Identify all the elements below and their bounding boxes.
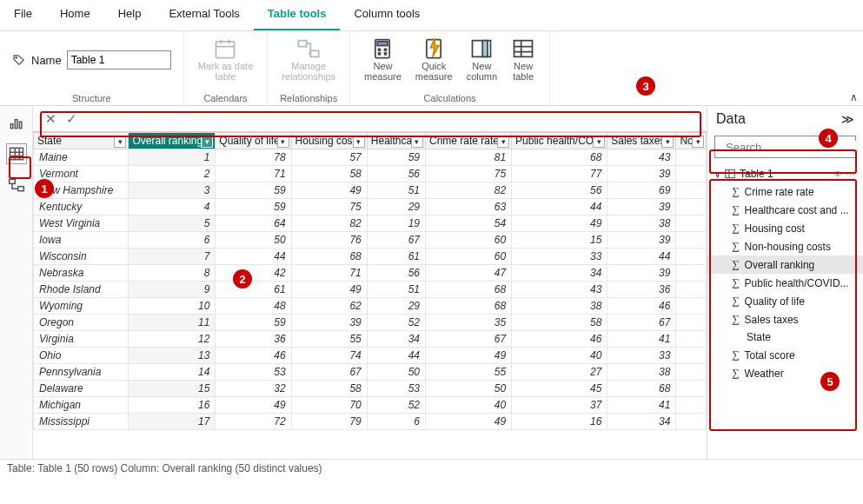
filter-dropdown-icon[interactable]: ▾	[201, 136, 213, 148]
table-row[interactable]: Oregon11593952355867	[34, 315, 707, 331]
filter-dropdown-icon[interactable]: ▾	[277, 136, 289, 148]
visibility-icon[interactable]: 👁	[833, 169, 842, 179]
sigma-icon: ∑	[732, 258, 740, 271]
svg-rect-18	[9, 179, 15, 183]
column-header[interactable]: State▾	[34, 133, 129, 149]
table-row[interactable]: Mississippi1772796491634	[34, 414, 707, 430]
table-row[interactable]: New Hampshire3594951825669	[34, 182, 707, 199]
table-row[interactable]: Michigan16497052403741	[34, 397, 707, 414]
column-header[interactable]: Sales taxes▾	[607, 133, 676, 149]
cancel-formula-icon[interactable]: ✕	[40, 111, 61, 127]
column-header[interactable]: Public health/CO▾	[512, 133, 607, 149]
svg-point-8	[379, 53, 381, 55]
svg-rect-16	[19, 122, 22, 129]
table-row[interactable]: West Virginia5648219544938	[34, 216, 707, 232]
menu-external-tools[interactable]: External Tools	[155, 0, 253, 30]
manage-relationships-button[interactable]: Manage relationships	[276, 35, 341, 83]
table-row[interactable]: Vermont2715856757739	[34, 166, 707, 182]
filter-dropdown-icon[interactable]: ▾	[411, 136, 423, 148]
field-item[interactable]: ∑Weather	[707, 364, 863, 382]
collapse-ribbon-icon[interactable]: ∧	[850, 91, 858, 103]
new-measure-button[interactable]: New measure	[359, 35, 407, 83]
sigma-icon: ∑	[732, 313, 740, 326]
search-input[interactable]	[726, 141, 863, 154]
column-header[interactable]: Crime rate rate▾	[425, 133, 511, 149]
table-row[interactable]: Delaware15325853504568	[34, 381, 707, 397]
table-row[interactable]: Nebraska8427156473439	[34, 265, 707, 282]
filter-dropdown-icon[interactable]: ▾	[353, 136, 365, 148]
data-grid[interactable]: State▾Overall ranking▾Quality of life▾Ho…	[33, 132, 707, 459]
new-column-button[interactable]: New column	[461, 35, 502, 83]
mark-as-date-table-button[interactable]: Mark as date table	[193, 35, 259, 83]
new-table-button[interactable]: New table	[506, 35, 541, 83]
field-item[interactable]: ∑Healthcare cost and ...	[707, 201, 863, 219]
filter-dropdown-icon[interactable]: ▾	[497, 136, 509, 148]
more-icon[interactable]: ⋯	[846, 168, 856, 180]
svg-point-0	[16, 56, 17, 58]
menu-home[interactable]: Home	[46, 0, 104, 30]
model-view-icon[interactable]	[7, 176, 26, 195]
table-row[interactable]: Kentucky4597529634439	[34, 199, 707, 216]
filter-dropdown-icon[interactable]: ▾	[661, 136, 674, 148]
svg-rect-1	[216, 42, 235, 58]
table-node[interactable]: ∨ Table 1 👁 ⋯	[707, 165, 863, 182]
formula-input[interactable]	[82, 109, 700, 129]
ribbon: Name Structure Mark as date table Calend…	[0, 31, 863, 106]
tag-icon	[12, 53, 26, 67]
field-item[interactable]: ∑Sales taxes	[707, 310, 863, 328]
table-row[interactable]: Wisconsin7446861603344	[34, 249, 707, 265]
column-header[interactable]: Overall ranking▾	[129, 133, 216, 149]
svg-point-7	[385, 49, 387, 50]
table-row[interactable]: Virginia12365534674641	[34, 331, 707, 348]
table-row[interactable]: Iowa6507667601539	[34, 232, 707, 249]
column-header[interactable]: Healthcar▾	[367, 133, 425, 149]
table-row[interactable]: Pennsylvania14536750552738	[34, 364, 707, 381]
table-row[interactable]: Rhode Island9614951684336	[34, 282, 707, 298]
field-item[interactable]: ∑Public health/COVID...	[707, 274, 863, 292]
chevron-down-icon: ∨	[714, 169, 720, 179]
formula-bar: ✕ ✓	[33, 106, 707, 132]
table-row[interactable]: Maine1785759816843	[34, 149, 707, 166]
data-view-icon[interactable]	[7, 144, 26, 163]
field-item[interactable]: ∑Total score	[707, 346, 863, 364]
group-label-relationships: Relationships	[280, 93, 337, 103]
column-header[interactable]: Housing cost▾	[291, 133, 367, 149]
table-row[interactable]: Wyoming10486229683846	[34, 298, 707, 315]
menu-column-tools[interactable]: Column tools	[340, 0, 434, 30]
fields-container: ∑Crime rate rate∑Healthcare cost and ...…	[707, 182, 863, 382]
field-item[interactable]: State	[707, 328, 863, 346]
svg-rect-17	[10, 148, 23, 159]
field-item[interactable]: ∑Non-housing costs	[707, 237, 863, 255]
group-label-structure: Structure	[72, 93, 111, 103]
column-header[interactable]: Non▾	[676, 133, 707, 149]
status-bar: Table: Table 1 (50 rows) Column: Overall…	[0, 459, 863, 478]
table-name-input[interactable]	[67, 50, 171, 70]
table-row[interactable]: Ohio13467444494033	[34, 348, 707, 364]
svg-rect-21	[726, 169, 735, 177]
fields-list: ∨ Table 1 👁 ⋯ ∑Crime rate rate∑Healthcar…	[707, 162, 863, 386]
field-item[interactable]: ∑Quality of life	[707, 292, 863, 310]
header-row: State▾Overall ranking▾Quality of life▾Ho…	[34, 133, 707, 149]
field-item[interactable]: ∑Overall ranking	[707, 255, 863, 274]
menu-table-tools[interactable]: Table tools	[254, 0, 341, 30]
report-view-icon[interactable]	[7, 113, 26, 132]
menu-file[interactable]: File	[0, 0, 46, 30]
quick-measure-button[interactable]: Quick measure	[410, 35, 458, 83]
menu-help[interactable]: Help	[104, 0, 156, 30]
view-rail	[0, 106, 33, 459]
column-header[interactable]: Quality of life▾	[216, 133, 291, 149]
group-label-calendars: Calendars	[203, 93, 247, 103]
filter-dropdown-icon[interactable]: ▾	[692, 136, 704, 148]
field-item[interactable]: ∑Crime rate rate	[707, 182, 863, 201]
expand-pane-icon[interactable]: ≫	[841, 112, 854, 126]
commit-formula-icon[interactable]: ✓	[61, 111, 82, 127]
sigma-icon: ∑	[732, 367, 740, 380]
filter-dropdown-icon[interactable]: ▾	[593, 136, 605, 148]
filter-dropdown-icon[interactable]: ▾	[114, 136, 126, 148]
sigma-icon: ∑	[732, 185, 740, 198]
svg-rect-2	[298, 41, 306, 47]
field-item[interactable]: ∑Housing cost	[707, 219, 863, 237]
svg-rect-14	[10, 124, 13, 129]
sigma-icon: ∑	[732, 295, 740, 308]
svg-rect-3	[310, 50, 318, 56]
